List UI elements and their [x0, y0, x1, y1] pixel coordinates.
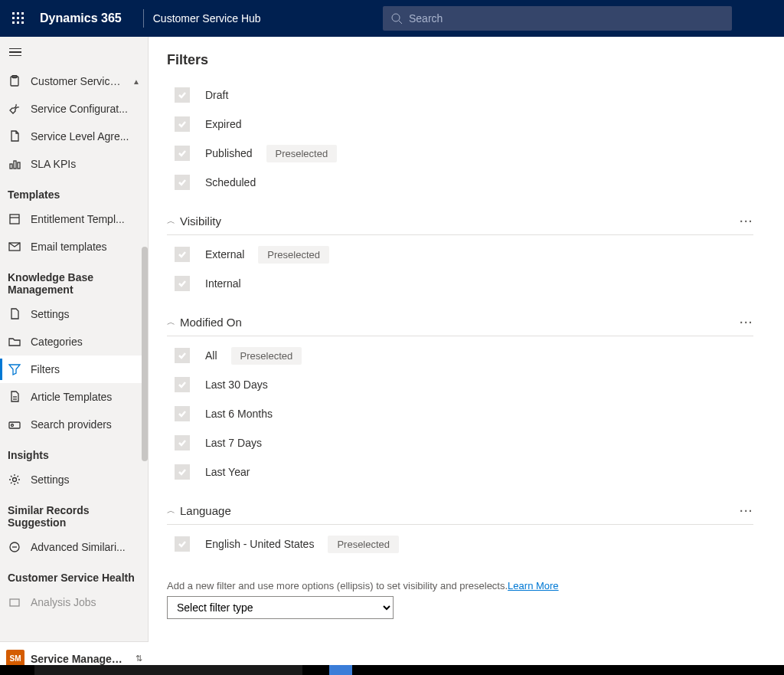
top-bar: Dynamics 365 Customer Service Hub — [0, 0, 784, 37]
more-icon[interactable]: ··· — [740, 316, 753, 329]
chevron-up-icon: ▲ — [132, 77, 140, 86]
filter-type-select[interactable]: Select filter type — [167, 596, 394, 619]
group-title: Language — [180, 504, 231, 517]
sidebar-item-label: Service Configurat... — [31, 103, 140, 115]
sidebar-item-customer-service[interactable]: Customer Service ... ▲ — [0, 67, 148, 95]
learn-more-link[interactable]: Learn More — [508, 580, 558, 591]
divider — [143, 9, 144, 28]
filter-row: Scheduled — [167, 168, 753, 197]
hamburger-icon[interactable] — [9, 48, 21, 57]
sidebar-section-similar: Similar Records Suggestion — [0, 493, 148, 533]
svg-rect-0 — [12, 12, 15, 15]
sidebar-item-label: Customer Service ... — [31, 75, 123, 87]
hub-title[interactable]: Customer Service Hub — [153, 12, 261, 25]
checkbox[interactable] — [175, 348, 190, 363]
filter-row: PublishedPreselected — [167, 139, 753, 168]
sidebar-item-sla[interactable]: Service Level Agre... — [0, 123, 148, 150]
sidebar-item-email-templates[interactable]: Email templates — [0, 233, 148, 260]
checkbox[interactable] — [175, 276, 190, 291]
svg-rect-25 — [10, 599, 19, 606]
filter-label: External — [205, 248, 244, 260]
sidebar-item-label: Service Level Agre... — [31, 130, 140, 143]
search-box[interactable] — [383, 6, 732, 31]
filter-label: Last 30 Days — [205, 378, 268, 391]
sidebar-item-label: SLA KPIs — [31, 158, 140, 170]
chevron-up-icon: ︿ — [167, 215, 175, 227]
brand-title[interactable]: Dynamics 365 — [40, 11, 122, 25]
checkbox[interactable] — [175, 87, 190, 103]
sidebar-item-search-providers[interactable]: Search providers — [0, 411, 148, 438]
sidebar-section-health: Customer Service Health — [0, 561, 148, 588]
wrench-icon — [8, 102, 21, 116]
sidebar-item-filters[interactable]: Filters — [0, 356, 148, 383]
svg-rect-14 — [14, 161, 16, 169]
search-icon — [390, 12, 403, 25]
filter-row: Internal — [167, 269, 753, 298]
preselected-badge: Preselected — [258, 246, 329, 264]
checkbox[interactable] — [175, 435, 190, 451]
chevron-up-icon: ︿ — [167, 505, 175, 516]
group-header[interactable]: ︿Language··· — [167, 500, 753, 525]
sidebar-item-service-config[interactable]: Service Configurat... — [0, 95, 148, 123]
sidebar-item-insights-settings[interactable]: Settings — [0, 466, 148, 493]
filter-row: Last 30 Days — [167, 370, 753, 399]
checkbox[interactable] — [175, 116, 190, 132]
sidebar-item-label: Settings — [31, 473, 140, 486]
checkbox[interactable] — [175, 175, 190, 190]
checkbox[interactable] — [175, 464, 190, 480]
checkbox[interactable] — [175, 536, 190, 552]
svg-rect-7 — [17, 21, 19, 24]
article-icon — [8, 390, 21, 404]
sidebar-item-article-templates[interactable]: Article Templates — [0, 383, 148, 411]
sidebar-item-entitlement-templates[interactable]: Entitlement Templ... — [0, 205, 148, 233]
scrollbar-thumb[interactable] — [142, 247, 148, 461]
sidebar: Customer Service ... ▲ Service Configura… — [0, 37, 149, 641]
filter-row: Expired — [167, 110, 753, 139]
page-title: Filters — [167, 52, 753, 68]
svg-rect-4 — [17, 17, 19, 19]
main-content: Filters DraftExpiredPublishedPreselected… — [149, 37, 784, 641]
sidebar-item-advanced-similarity[interactable]: Advanced Similari... — [0, 533, 148, 561]
checkbox[interactable] — [175, 146, 190, 161]
search-input[interactable] — [409, 12, 724, 25]
helper-text: Add a new filter and use more options (e… — [167, 580, 753, 591]
checkbox[interactable] — [175, 377, 190, 392]
chevron-up-icon: ︿ — [167, 316, 175, 328]
filter-label: Internal — [205, 277, 241, 290]
filter-row: Last Year — [167, 457, 753, 487]
group-header[interactable]: ︿Visibility··· — [167, 211, 753, 235]
checkbox[interactable] — [175, 247, 190, 262]
sidebar-item-label: Article Templates — [31, 391, 140, 403]
sidebar-item-analysis-jobs[interactable]: Analysis Jobs — [0, 588, 148, 616]
group-header[interactable]: ︿Modified On··· — [167, 312, 753, 336]
svg-point-23 — [13, 478, 17, 482]
filter-row: ExternalPreselected — [167, 240, 753, 269]
preselected-badge: Preselected — [231, 347, 302, 365]
folder-icon — [8, 335, 21, 349]
clipboard-icon — [8, 74, 21, 88]
more-icon[interactable]: ··· — [740, 505, 753, 517]
chevron-updown-icon: ⇅ — [136, 654, 142, 664]
sidebar-item-sla-kpis[interactable]: SLA KPIs — [0, 150, 148, 178]
sidebar-item-label: Search providers — [31, 418, 140, 431]
sidebar-section-kb: Knowledge Base Management — [0, 260, 148, 300]
sidebar-item-label: Categories — [31, 336, 140, 348]
svg-rect-5 — [21, 17, 24, 19]
sidebar-item-categories[interactable]: Categories — [0, 328, 148, 356]
taskbar — [0, 665, 784, 675]
app-launcher-icon[interactable] — [6, 6, 31, 31]
filter-row: English - United StatesPreselected — [167, 529, 753, 559]
filter-row: AllPreselected — [167, 341, 753, 370]
more-icon[interactable]: ··· — [740, 215, 753, 228]
job-icon — [8, 595, 21, 609]
svg-rect-13 — [10, 164, 12, 169]
checkbox[interactable] — [175, 406, 190, 421]
page-icon — [8, 307, 21, 321]
svg-rect-1 — [17, 12, 19, 15]
filter-label: Last Year — [205, 466, 250, 478]
sidebar-section-templates: Templates — [0, 178, 148, 205]
sidebar-item-label: Settings — [31, 308, 140, 320]
svg-point-9 — [392, 14, 400, 21]
sidebar-item-label: Analysis Jobs — [31, 596, 140, 608]
sidebar-item-settings[interactable]: Settings — [0, 300, 148, 328]
